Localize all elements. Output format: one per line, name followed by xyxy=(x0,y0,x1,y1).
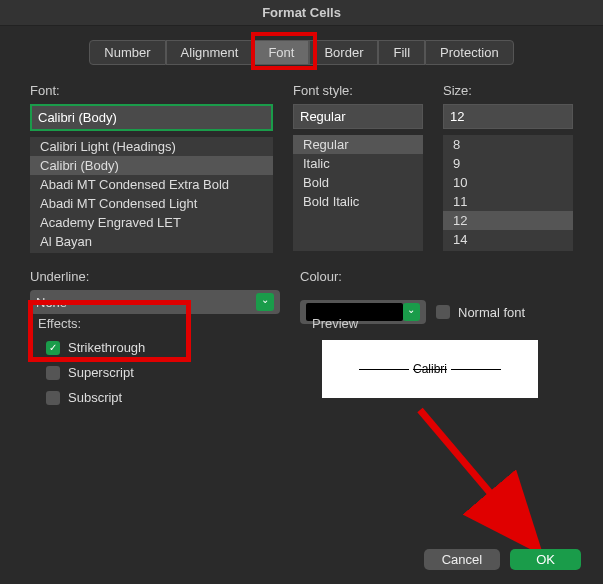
font-style-label: Font style: xyxy=(293,83,423,98)
size-label: Size: xyxy=(443,83,573,98)
tab-border[interactable]: Border xyxy=(309,40,378,65)
strikethrough-label: Strikethrough xyxy=(68,340,145,355)
tab-font[interactable]: Font xyxy=(253,40,309,65)
underline-label: Underline: xyxy=(30,269,280,284)
list-item[interactable]: Regular xyxy=(293,135,423,154)
dropdown-arrows-icon xyxy=(403,303,420,321)
size-input[interactable] xyxy=(443,104,573,129)
tab-number[interactable]: Number xyxy=(89,40,165,65)
underline-value: None xyxy=(36,295,67,310)
list-item[interactable]: Abadi MT Condensed Extra Bold xyxy=(30,175,273,194)
list-item[interactable]: Bold Italic xyxy=(293,192,423,211)
svg-line-1 xyxy=(420,410,530,540)
window-title: Format Cells xyxy=(0,0,603,26)
checkbox-icon xyxy=(46,391,60,405)
font-input[interactable] xyxy=(30,104,273,131)
normal-font-label: Normal font xyxy=(458,305,525,320)
tab-alignment[interactable]: Alignment xyxy=(166,40,254,65)
list-item[interactable]: Calibri Light (Headings) xyxy=(30,137,273,156)
font-label: Font: xyxy=(30,83,273,98)
list-item[interactable]: Italic xyxy=(293,154,423,173)
effects-label: Effects: xyxy=(38,316,81,331)
font-list[interactable]: Calibri Light (Headings) Calibri (Body) … xyxy=(30,137,273,253)
superscript-label: Superscript xyxy=(68,365,134,380)
ok-button[interactable]: OK xyxy=(510,549,581,570)
size-list[interactable]: 8 9 10 11 12 14 xyxy=(443,135,573,251)
list-item[interactable]: 14 xyxy=(443,230,573,249)
colour-label: Colour: xyxy=(300,269,573,284)
strikethrough-checkbox[interactable]: Strikethrough xyxy=(46,340,145,355)
list-item[interactable]: Bold xyxy=(293,173,423,192)
preview-box: Calibri xyxy=(322,340,538,398)
cancel-button[interactable]: Cancel xyxy=(424,549,500,570)
annotation-arrow xyxy=(400,400,580,570)
tab-bar: Number Alignment Font Border Fill Protec… xyxy=(0,40,603,65)
tab-protection[interactable]: Protection xyxy=(425,40,514,65)
list-item[interactable]: 12 xyxy=(443,211,573,230)
tab-fill[interactable]: Fill xyxy=(378,40,425,65)
subscript-label: Subscript xyxy=(68,390,122,405)
list-item[interactable]: 9 xyxy=(443,154,573,173)
checkbox-checked-icon xyxy=(46,341,60,355)
font-style-input[interactable] xyxy=(293,104,423,129)
list-item[interactable]: 11 xyxy=(443,192,573,211)
preview-text: Calibri xyxy=(413,362,447,376)
list-item[interactable]: 10 xyxy=(443,173,573,192)
list-item[interactable]: 8 xyxy=(443,135,573,154)
preview-label: Preview xyxy=(312,316,358,331)
dropdown-arrows-icon xyxy=(256,293,274,311)
superscript-checkbox[interactable]: Superscript xyxy=(46,365,145,380)
subscript-checkbox[interactable]: Subscript xyxy=(46,390,145,405)
normal-font-checkbox[interactable]: Normal font xyxy=(436,305,525,320)
list-item[interactable]: Calibri (Body) xyxy=(30,156,273,175)
font-style-list[interactable]: Regular Italic Bold Bold Italic xyxy=(293,135,423,251)
list-item[interactable]: Abadi MT Condensed Light xyxy=(30,194,273,213)
underline-select[interactable]: None xyxy=(30,290,280,314)
checkbox-icon xyxy=(46,366,60,380)
checkbox-icon xyxy=(436,305,450,319)
list-item[interactable]: Academy Engraved LET xyxy=(30,213,273,232)
list-item[interactable]: Al Bayan xyxy=(30,232,273,251)
